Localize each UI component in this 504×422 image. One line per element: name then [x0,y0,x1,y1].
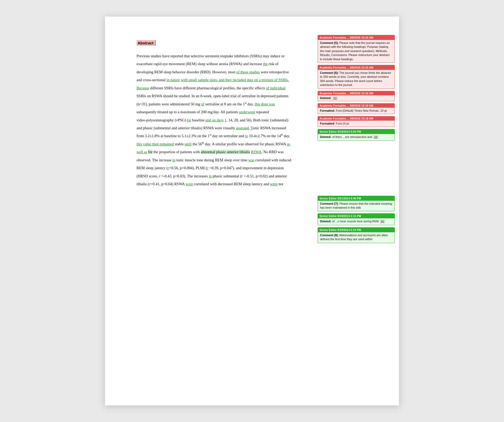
tracked-ins-as: as [287,142,290,146]
deleted-3-body: of ...n tonic muscle tone during REM [332,220,379,223]
formatted-1-label: Formatted: [320,109,335,112]
tracked-ins-wellasfor: well as [136,150,147,154]
tracked-ins-of: of [201,102,204,106]
abstract-heading: Abstract [138,41,154,45]
tracked-ins-comma3: , [289,134,290,138]
deleted-3-label: Deleted: [320,220,331,223]
formatted-2-body: Font:10 pt [336,122,349,125]
comment-5-header: Academic Formattin..., 3/8/2016 10:15 AM [318,35,395,40]
tracked-ins-underwent: underwent [239,110,255,114]
para-6: SSRIs on RSWA should be studied. In an 8… [136,92,302,100]
para-13: well as for the proportion of patients w… [136,148,302,156]
formatted-1-body: Font:(Default) Times New Roman, 10 pt [336,109,387,112]
tracked-ins-comma1: , [212,94,213,98]
highlight-abnormal: abnormal phasic anterior tibialis [201,150,250,154]
deleted-2-ref[interactable]: [2] [374,136,378,139]
tracked-ins-withsmall: with small sample sizes, and they includ… [181,78,289,82]
para-10: and phasic (submental and anterior tibia… [136,124,302,132]
tracked-ins-because: Because [136,86,149,90]
para-2: exacerbate rapid eye movement (REM) slee… [136,60,302,68]
formatted-1: Academic Formattin..., 3/8/2016 10:18 AM… [318,103,395,114]
tracked-ins-comma2: , [253,102,254,106]
tracked-ins-andondays: and on days [206,118,224,122]
para-7: (n=31), patients were administered 50 mg… [136,100,302,108]
deleted-3: Senior Editor 9/19/2014 5:15 PM Deleted:… [318,213,395,225]
para-14: observed. The increase in tonic muscle t… [136,156,302,164]
comment-6-label: Comment [6]: [320,71,339,74]
comment-5-label: Comment [5]: [320,41,339,44]
para-8: subsequently titrated up to a maximum of… [136,108,302,116]
main-content: Abstract Previous studies have reported … [105,32,318,390]
tracked-ins-in2: in [209,174,212,178]
comment-8: Senior Editor 9/19/2014 5:15 PM Comment … [318,227,395,243]
deleted-1: Academic Formattin..., 3/8/2016 10:15 AM… [318,91,395,101]
para-4: and cross-sectional in nature with small… [136,76,302,84]
para-3: developing REM sleep behavior disorder (… [136,68,302,76]
deleted-3-header: Senior Editor 9/19/2014 5:15 PM [318,214,395,218]
tracked-ins-the: the [263,62,268,66]
para-12: this value then remained stable until th… [136,140,302,148]
tracked-ins-in: in [172,158,175,162]
tracked-ins-were2: were [270,182,277,186]
formatted-2-label: Formatted: [320,122,335,125]
comment-8-header: Senior Editor 9/19/2014 5:15 PM [318,228,395,232]
comment-6-header: Academic Formattin..., 3/8/2016 10:15 AM [318,65,395,70]
formatted-1-header: Academic Formattin..., 3/8/2016 10:18 AM [318,104,395,108]
deleted-3-ref[interactable]: [3] [380,220,385,223]
tracked-ins-latency: l [154,166,155,170]
page-container: Abstract Previous studies have reported … [105,17,399,405]
document-body: Previous studies have reported that sele… [136,52,302,188]
comment-7-header: Senior Editor 9/21/2014 8:46 PM [318,196,395,201]
sidebar: Academic Formattin..., 3/8/2016 10:15 AM… [318,32,399,390]
comment-5: Academic Formattin..., 3/8/2016 10:15 AM… [318,35,395,63]
tracked-ins-innature: in nature [166,78,180,82]
comment-7: Senior Editor 9/21/2014 8:46 PM Comment … [318,196,395,212]
comment-7-label: Comment [7]: [320,202,339,205]
tracked-ins-r1: r [168,166,169,170]
para-15: REM sleep latency (r=0.56, p=0.004), PLM… [136,164,302,172]
deleted-2-label: Deleted: [320,135,331,138]
tracked-ins-until: until [185,142,192,146]
tracked-ins-were: were [186,182,193,186]
tracked-ins-ofthesestudies: of these studies [236,70,260,74]
tracked-ins-comma4: , [234,166,235,170]
tracked-ins-1: 1, [224,118,227,122]
tracked-ins-rswa: RSWA [251,150,261,154]
tracked-ins-assessed: assessed [236,126,249,130]
para-11: from 3.2±1.8% at baseline to 5.1±2.3% on… [136,132,302,140]
tracked-ins-r2: r [207,166,208,170]
tracked-ins-thisdosewas: this dose was [255,102,275,106]
highlight-for: for [148,150,153,154]
formatted-2-header: Academic Formattin..., 3/8/2016 10:18 AM [318,116,395,121]
tracked-ins-was: was [248,158,254,162]
tracked-ins-at: at [188,118,191,122]
deleted-1-header: Academic Formattin..., 3/8/2016 10:15 AM [318,91,395,95]
abstract-heading-block: Abstract [136,40,156,46]
formatted-2: Academic Formattin..., 3/8/2016 10:18 AM… [318,116,395,127]
para-17: tibialis (r=0.41, p=0.04) RSWA were corr… [136,180,302,188]
deleted-2-header: Senior Editor 9/19/2014 5:05 PM [318,129,395,134]
para-5: Because different SSRIs have different p… [136,84,302,92]
deleted-1-label: Deleted: [320,96,331,100]
tracked-ins-ofindividual: of individual [266,86,286,90]
deleted-1-ref[interactable]: [1] [333,97,337,100]
para-9: video-polysomnography (vPSG) (at baselin… [136,116,302,124]
deleted-2-body: of them ...ere retrospective and [332,135,372,138]
comment-6: Academic Formattin..., 3/8/2016 10:15 AM… [318,65,395,89]
para-16: (HRSD score, r =-0.43, p=0.03). The incr… [136,172,302,180]
tracked-ins-thisvalue: this value then remained [136,142,174,146]
tracked-ins-Tonic: T [251,126,253,130]
deleted-2: Senior Editor 9/19/2014 5:05 PM Deleted:… [318,129,395,141]
comment-8-label: Comment [8]: [320,234,339,237]
tracked-ins-to: to [245,134,248,138]
sidebar-spacer-1 [318,143,395,194]
para-1: Previous studies have reported that sele… [136,52,302,60]
